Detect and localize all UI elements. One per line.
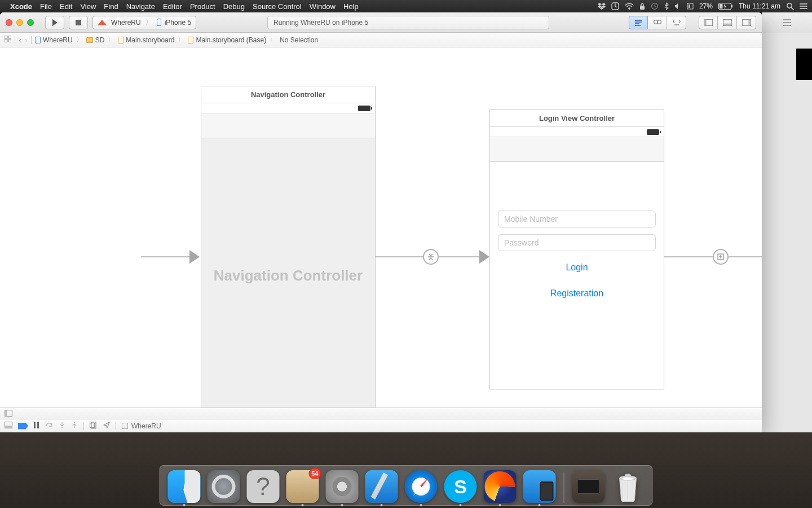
breakpoint-toggle[interactable] xyxy=(18,423,28,430)
menu-debug[interactable]: Debug xyxy=(223,2,245,11)
password-field[interactable]: Password xyxy=(498,234,656,251)
scheme-device-label: iPhone 5 xyxy=(165,19,191,27)
storyboard-canvas[interactable]: Navigation Controller Navigation Control… xyxy=(0,47,762,419)
dock-finder[interactable] xyxy=(168,470,201,503)
svg-rect-3 xyxy=(687,3,693,9)
svg-rect-18 xyxy=(5,36,7,38)
toggle-navigator-button[interactable] xyxy=(699,16,718,29)
svg-point-29 xyxy=(61,427,63,428)
dock-help[interactable]: ? xyxy=(247,470,280,503)
menu-sourcecontrol[interactable]: Source Control xyxy=(253,2,302,11)
window-close-button[interactable] xyxy=(6,19,12,26)
dropbox-icon[interactable] xyxy=(598,3,606,10)
project-icon xyxy=(98,20,107,25)
dock-xcode[interactable] xyxy=(365,470,398,503)
app-menu[interactable]: Xcode xyxy=(10,2,32,11)
svg-rect-9 xyxy=(76,20,81,25)
svg-rect-6 xyxy=(731,5,732,8)
volume-icon[interactable] xyxy=(674,3,681,10)
crumb-storyboard[interactable]: Main.storyboard xyxy=(118,36,174,44)
crumb-folder[interactable]: SD xyxy=(86,36,105,44)
dock-folder[interactable] xyxy=(572,470,605,503)
storyboard-icon xyxy=(188,37,193,43)
run-button[interactable] xyxy=(45,16,64,29)
menu-find[interactable]: Find xyxy=(104,2,118,11)
clock-text[interactable]: Thu 11:21 am xyxy=(739,2,780,10)
menu-window[interactable]: Window xyxy=(310,2,336,11)
battery-icon[interactable] xyxy=(718,3,733,10)
window-zoom-button[interactable] xyxy=(27,19,34,26)
segue-show-icon[interactable] xyxy=(713,249,729,265)
timemachine-icon[interactable] xyxy=(651,2,659,10)
svg-rect-26 xyxy=(5,426,12,428)
dock-system-preferences[interactable] xyxy=(326,470,359,503)
svg-rect-21 xyxy=(8,40,11,42)
login-button[interactable]: Login xyxy=(490,262,664,273)
folder-icon xyxy=(86,37,93,43)
hide-debug-icon[interactable] xyxy=(5,422,12,430)
svg-point-30 xyxy=(74,422,75,423)
storyboard-icon xyxy=(118,37,123,43)
registration-button[interactable]: Registeration xyxy=(490,288,664,299)
bluetooth-icon[interactable] xyxy=(664,2,669,10)
wifi-icon[interactable] xyxy=(625,3,634,10)
menu-editor[interactable]: Editor xyxy=(163,2,182,11)
svg-rect-19 xyxy=(8,36,11,38)
window-minimize-button[interactable] xyxy=(16,19,23,26)
step-into-icon[interactable] xyxy=(59,422,65,430)
location-icon[interactable] xyxy=(103,422,110,430)
crumb-noselection[interactable]: No Selection xyxy=(280,36,318,44)
dock-firefox[interactable] xyxy=(484,470,517,503)
menu-help[interactable]: Help xyxy=(343,2,359,11)
dock-skype[interactable]: S xyxy=(444,470,477,503)
forward-button[interactable]: › xyxy=(25,35,28,45)
related-items-icon[interactable] xyxy=(5,36,11,44)
step-over-icon[interactable] xyxy=(45,422,53,430)
segue-relationship-icon[interactable] xyxy=(423,249,439,265)
outline-toggle-icon[interactable] xyxy=(5,409,12,419)
macos-menubar: Xcode File Edit View Find Navigate Edito… xyxy=(0,0,812,12)
xcode-window: WhereRU 〉 iPhone 5 Running WhereRU on iP… xyxy=(0,12,762,432)
dock-mail[interactable]: 54 xyxy=(286,470,319,503)
scene-login-view-controller[interactable]: Login View Controller Mobile Number Pass… xyxy=(489,110,664,389)
assistant-editor-button[interactable] xyxy=(648,16,667,29)
svg-rect-24 xyxy=(5,410,7,416)
dock-divider xyxy=(564,472,564,503)
toggle-debug-button[interactable] xyxy=(718,16,737,29)
svg-rect-7 xyxy=(720,4,722,8)
svg-rect-17 xyxy=(748,19,751,25)
standard-editor-button[interactable] xyxy=(629,16,648,29)
spotlight-icon[interactable] xyxy=(786,2,794,10)
menu-navigate[interactable]: Navigate xyxy=(126,2,155,11)
mobile-number-field[interactable]: Mobile Number xyxy=(498,211,656,227)
step-out-icon[interactable] xyxy=(71,422,78,430)
timer-icon[interactable] xyxy=(611,2,619,10)
lock-icon[interactable] xyxy=(639,3,645,10)
stop-button[interactable] xyxy=(69,16,88,29)
crumb-project[interactable]: WhereRU xyxy=(35,36,73,44)
toggle-utilities-button[interactable] xyxy=(737,16,756,29)
menu-product[interactable]: Product xyxy=(190,2,215,11)
menu-edit[interactable]: Edit xyxy=(60,2,72,11)
navigation-bar[interactable] xyxy=(490,137,664,162)
notification-center-icon[interactable] xyxy=(800,3,807,10)
version-editor-button[interactable] xyxy=(667,16,686,29)
svg-rect-34 xyxy=(625,474,631,477)
xcode-toolbar: WhereRU 〉 iPhone 5 Running WhereRU on iP… xyxy=(0,12,762,33)
crumb-storyboard-base[interactable]: Main.storyboard (Base) xyxy=(188,36,266,44)
window-traffic-lights xyxy=(6,19,34,26)
dock-launchpad[interactable] xyxy=(208,470,240,503)
navigation-bar[interactable] xyxy=(201,113,375,138)
scheme-selector[interactable]: WhereRU 〉 iPhone 5 xyxy=(92,16,196,29)
process-selector[interactable]: WhereRU xyxy=(122,422,161,430)
back-button[interactable]: ‹ xyxy=(19,35,21,45)
dock-trash[interactable] xyxy=(612,470,645,503)
dock-safari[interactable] xyxy=(405,470,438,503)
view-debug-icon[interactable] xyxy=(90,422,98,431)
menu-view[interactable]: View xyxy=(80,2,96,11)
menu-file[interactable]: File xyxy=(40,2,52,11)
dock-xcode-device[interactable] xyxy=(523,470,556,503)
battery-menu-icon[interactable] xyxy=(687,3,694,10)
pause-icon[interactable] xyxy=(34,422,39,430)
scene-navigation-controller[interactable]: Navigation Controller Navigation Control… xyxy=(201,86,376,413)
